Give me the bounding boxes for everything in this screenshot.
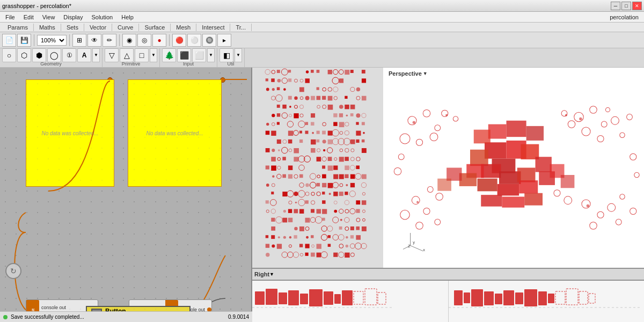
ribbon-btn-white-sq[interactable]: ⬜ [192, 48, 206, 62]
color-button[interactable]: 🔴 [172, 34, 186, 47]
ribbon-dropdown-1[interactable]: ▼ [92, 48, 100, 62]
svg-rect-91 [288, 131, 294, 136]
ribbon-btn-num[interactable]: ① [62, 48, 76, 62]
svg-rect-306 [519, 180, 538, 193]
svg-rect-307 [459, 173, 477, 186]
gh-panel-2-text: No data was collected... [146, 130, 203, 136]
svg-point-101 [345, 131, 349, 135]
svg-rect-93 [299, 131, 302, 134]
ribbon-btn-text[interactable]: A [77, 48, 91, 62]
ribbon-btn-hex2[interactable]: ⬢ [32, 48, 46, 62]
svg-point-120 [278, 149, 280, 151]
save-button[interactable]: 💾 [17, 34, 31, 47]
svg-point-34 [328, 87, 332, 91]
tab-more[interactable]: Tr... [230, 24, 252, 31]
svg-point-278 [355, 243, 361, 250]
svg-rect-123 [294, 148, 299, 153]
menu-solution[interactable]: Solution [87, 13, 117, 21]
svg-rect-15 [362, 70, 365, 74]
minimize-button[interactable]: ─ [611, 2, 620, 10]
gh-panel-1-text: No data was collected... [41, 130, 98, 136]
pen-button[interactable]: ✏ [103, 34, 116, 47]
svg-point-139 [322, 157, 326, 161]
ribbon-dropdown-2[interactable]: ▼ [150, 48, 157, 62]
svg-rect-142 [339, 157, 344, 162]
svg-point-359 [413, 121, 415, 123]
red-button[interactable]: ● [152, 34, 166, 47]
ribbon-btn-circle[interactable]: ○ [2, 48, 16, 62]
svg-point-194 [329, 193, 331, 195]
svg-point-35 [333, 87, 338, 92]
svg-point-164 [317, 175, 320, 178]
svg-point-277 [350, 244, 355, 248]
svg-rect-135 [294, 157, 298, 162]
svg-rect-14 [350, 70, 354, 73]
tab-intersect[interactable]: Intersect [196, 24, 230, 31]
svg-rect-166 [333, 174, 338, 179]
shape-button[interactable]: ◉ [122, 34, 136, 47]
menu-view[interactable]: View [38, 13, 60, 21]
svg-point-11 [333, 69, 338, 74]
ribbon-btn-tree[interactable]: 🌲 [162, 48, 176, 62]
menu-edit[interactable]: Edit [19, 13, 38, 21]
svg-point-24 [332, 77, 339, 84]
ribbon-btn-tri-down[interactable]: ▽ [105, 48, 119, 62]
nav-circle[interactable]: ↻ [5, 263, 21, 279]
svg-point-182 [346, 184, 348, 186]
svg-point-75 [362, 113, 366, 118]
svg-point-57 [317, 105, 320, 108]
tab-params[interactable]: Params [2, 24, 34, 31]
right-vp-dropdown-icon[interactable]: ▼ [269, 272, 274, 277]
tab-mesh[interactable]: Mesh [171, 24, 196, 31]
close-button[interactable]: ✕ [632, 2, 642, 10]
grid-button[interactable]: ⊞ [72, 34, 86, 47]
ribbon-btn-tri-up[interactable]: △ [120, 48, 134, 62]
svg-rect-168 [345, 174, 348, 178]
svg-rect-159 [282, 174, 286, 178]
svg-point-180 [333, 182, 339, 188]
ribbon-btn-hex[interactable]: ⬡ [17, 48, 31, 62]
new-button[interactable]: 📄 [2, 34, 16, 47]
svg-rect-31 [299, 87, 304, 92]
svg-point-228 [276, 217, 282, 223]
svg-rect-52 [277, 105, 280, 108]
tab-surface[interactable]: Surface [139, 24, 171, 31]
tab-curve[interactable]: Curve [112, 24, 139, 31]
gh-tabs: Params Maths Sets Vector Curve Surface M… [2, 24, 252, 31]
ribbon-dropdown-3[interactable]: ▼ [207, 48, 215, 62]
toggle-button[interactable]: 🔘 [202, 34, 216, 47]
menu-display[interactable]: Display [59, 13, 87, 21]
svg-rect-106 [288, 140, 292, 144]
ribbon-group-geometry: ○ ⬡ ⬢ ◯ ① A ▼ Geometry [0, 48, 103, 67]
view-button[interactable]: 👁 [87, 34, 101, 47]
svg-rect-195 [333, 192, 338, 196]
tab-vector[interactable]: Vector [84, 24, 112, 31]
svg-point-245 [327, 226, 333, 231]
svg-rect-96 [317, 131, 320, 134]
svg-rect-285 [305, 253, 308, 256]
zoom-select[interactable]: 100% 75% 50% 150% 200% [37, 35, 67, 46]
tab-maths[interactable]: Maths [34, 24, 61, 31]
ribbon-btn-sq[interactable]: □ [135, 48, 149, 62]
ribbon-btn-util1[interactable]: ◧ [219, 48, 233, 62]
maximize-button[interactable]: □ [621, 2, 631, 10]
ribbon-btn-black-sq[interactable]: ⬛ [177, 48, 191, 62]
svg-point-282 [288, 252, 294, 258]
ribbon-dropdown-4[interactable]: ▼ [235, 48, 242, 62]
svg-rect-89 [266, 131, 270, 135]
gh-canvas[interactable]: No data was collected... No data was col… [0, 68, 252, 322]
svg-rect-81 [305, 122, 308, 125]
vp-bottom-right [449, 281, 645, 322]
menu-file[interactable]: File [1, 13, 19, 21]
shape2-button[interactable]: ◎ [137, 34, 151, 47]
viz-3d-svg: Z y x [383, 68, 644, 268]
more-button[interactable]: ▸ [217, 34, 231, 47]
ball-button[interactable]: ⚪ [187, 34, 201, 47]
svg-point-55 [294, 105, 297, 108]
tab-sets[interactable]: Sets [61, 24, 84, 31]
statusbar: Save successfully completed... 0.9.0014 [0, 311, 252, 322]
menu-help[interactable]: Help [117, 13, 138, 21]
svg-point-189 [298, 191, 305, 197]
svg-point-360 [579, 118, 582, 120]
ribbon-btn-round[interactable]: ◯ [47, 48, 61, 62]
